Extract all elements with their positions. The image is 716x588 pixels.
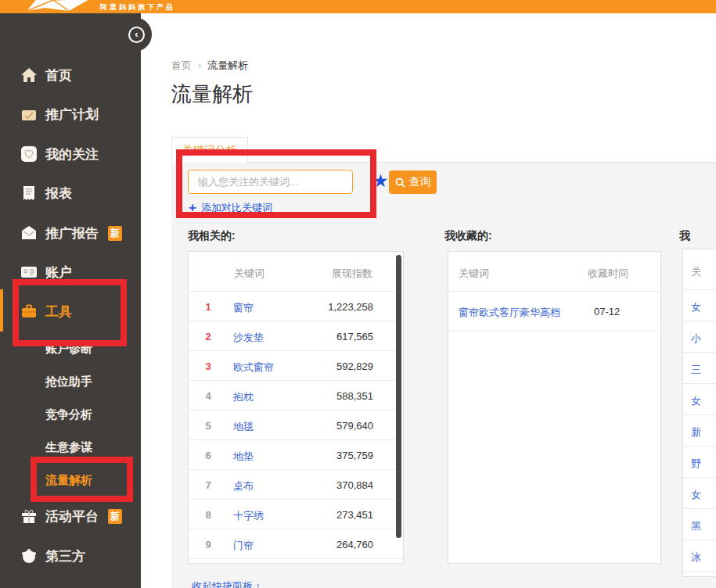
sidebar-item-account-diagnosis[interactable]: 账户诊断	[0, 339, 141, 359]
keyword-link[interactable]: 地毯	[233, 420, 254, 434]
keyword-link[interactable]: 抱枕	[233, 390, 254, 404]
tab-keyword-analysis[interactable]: 关键词分析	[171, 137, 248, 163]
new-badge: 新	[108, 509, 122, 524]
breadcrumb-separator: ›	[198, 59, 201, 71]
table-header-row: 关键词 收藏时间	[448, 252, 660, 292]
sidebar-item-rank-assistant[interactable]: 抢位助手	[0, 371, 141, 392]
keyword-link[interactable]: 门帘	[233, 539, 254, 553]
sidebar-item-promo-report[interactable]: 推广报告 新	[0, 223, 141, 243]
keyword-link[interactable]: 女	[691, 488, 701, 502]
col-favorited-at: 收藏时间	[588, 267, 628, 281]
table-header-row: 关	[683, 249, 716, 290]
table-header-row: 关键词 展现指数	[189, 252, 403, 292]
query-button[interactable]: 查询	[389, 170, 437, 194]
table-row: 4 抱枕 588,351	[189, 381, 403, 411]
related-section-label: 我相关的:	[188, 229, 236, 243]
table-row: 2 沙发垫 617,565	[189, 321, 403, 351]
keyword-link[interactable]: 沙发垫	[233, 331, 264, 345]
keyword-link[interactable]: 窗帘	[233, 301, 254, 315]
breadcrumb: 首页›流量解析	[171, 59, 248, 73]
heart-icon	[20, 145, 38, 163]
sidebar-item-reports[interactable]: 报表	[0, 183, 141, 203]
breadcrumb-current: 流量解析	[207, 59, 248, 71]
toolbox-icon	[20, 303, 38, 320]
table-row: 冰	[683, 540, 716, 572]
table-row: 女	[683, 478, 716, 509]
sidebar-collapse-button[interactable]: ‹	[128, 27, 145, 43]
keyword-search-input[interactable]	[188, 170, 353, 194]
sidebar-item-third-party[interactable]: 第三方	[0, 546, 141, 566]
third-section-label: 我	[679, 229, 690, 243]
report-document-icon	[20, 185, 38, 202]
table-row: 5 地毯 579,640	[189, 411, 403, 440]
keyword-link[interactable]: 女	[691, 394, 701, 408]
brand-tagline: 阿里妈妈旗下产品	[100, 2, 175, 13]
table-row: 1 窗帘 1,223,258	[189, 292, 403, 321]
keyword-link[interactable]: 小	[691, 332, 701, 346]
home-icon	[20, 66, 38, 84]
sidebar-item-tools[interactable]: 工具	[0, 301, 141, 321]
keyword-link[interactable]: 女	[691, 300, 701, 314]
sidebar-item-campaigns[interactable]: 推广计划	[0, 104, 141, 124]
sidebar-item-business-advisor[interactable]: 生意参谋	[0, 437, 141, 457]
table-row: 8 十字绣 273,451	[189, 500, 403, 529]
table-row: 女	[683, 290, 716, 321]
table-row: 野	[683, 446, 716, 478]
third-keywords-table: 关 女 小 三 女 新 野 女 黑 冰	[682, 249, 716, 577]
robot-icon	[20, 547, 38, 565]
col-keyword-partial: 关	[691, 265, 701, 279]
sidebar-item-home[interactable]: 首页	[0, 65, 141, 85]
table-row: 窗帘欧式客厅豪华高档 07-12	[448, 292, 660, 332]
table-scrollbar[interactable]	[396, 255, 401, 538]
id-card-icon	[20, 264, 38, 281]
keyword-link[interactable]: 新	[691, 425, 701, 439]
table-row: 新	[683, 415, 716, 446]
table-row: 7 桌布 370,884	[189, 470, 403, 500]
campaign-bag-icon	[20, 106, 38, 123]
table-row: 6 地垫 375,759	[189, 440, 403, 470]
table-row: 3 欧式窗帘 592,829	[189, 351, 403, 381]
keyword-link[interactable]: 三	[691, 363, 701, 377]
favorite-star-icon[interactable]: ★	[372, 170, 389, 192]
col-keyword: 关键词	[459, 267, 489, 281]
favorites-table: 关键词 收藏时间 窗帘欧式客厅豪华高档 07-12	[448, 251, 661, 564]
add-compare-keyword-link[interactable]: + 添加对比关键词	[189, 201, 272, 215]
sidebar-item-activity-platform[interactable]: 活动平台 新	[0, 506, 141, 526]
top-brand-bar: 阿里妈妈旗下产品	[0, 0, 716, 13]
table-row: 9 门帘 264,760	[189, 529, 403, 559]
keyword-link[interactable]: 地垫	[233, 450, 254, 464]
sidebar-item-my-follows[interactable]: 我的关注	[0, 144, 141, 164]
table-row: 黑	[683, 509, 716, 540]
search-icon	[395, 177, 405, 188]
sidebar-item-traffic-analysis[interactable]: 流量解析	[0, 470, 141, 490]
keyword-link[interactable]: 十字绣	[233, 509, 264, 523]
sidebar-item-competition-analysis[interactable]: 竞争分析	[0, 404, 141, 425]
keyword-link[interactable]: 野	[691, 457, 701, 471]
table-row: 三	[683, 353, 716, 384]
alimama-logo-icon	[22, 0, 94, 13]
table-row: 女	[683, 384, 716, 415]
col-keyword: 关键词	[234, 267, 264, 281]
page-title: 流量解析	[171, 81, 253, 108]
breadcrumb-home[interactable]: 首页	[171, 59, 192, 71]
related-keywords-table: 关键词 展现指数 1 窗帘 1,223,258 2 沙发垫 617,565 3 …	[188, 251, 404, 564]
collapse-quick-panel-link[interactable]: 收起快捷面板 ↑	[192, 579, 261, 588]
keyword-link[interactable]: 冰	[691, 550, 701, 565]
keyword-link[interactable]: 窗帘欧式客厅豪华高档	[459, 306, 560, 320]
envelope-icon	[20, 224, 38, 242]
keyword-link[interactable]: 欧式窗帘	[233, 360, 274, 375]
keyword-link[interactable]: 桌布	[233, 479, 254, 493]
keyword-link[interactable]: 黑	[691, 519, 701, 533]
sidebar-item-account[interactable]: 账户	[0, 262, 141, 282]
new-badge: 新	[108, 226, 122, 241]
plus-icon: +	[189, 203, 196, 213]
table-row: 小	[683, 321, 716, 353]
col-impression-index: 展现指数	[332, 267, 372, 281]
gift-icon	[20, 507, 38, 525]
favorites-section-label: 我收藏的:	[444, 229, 492, 243]
